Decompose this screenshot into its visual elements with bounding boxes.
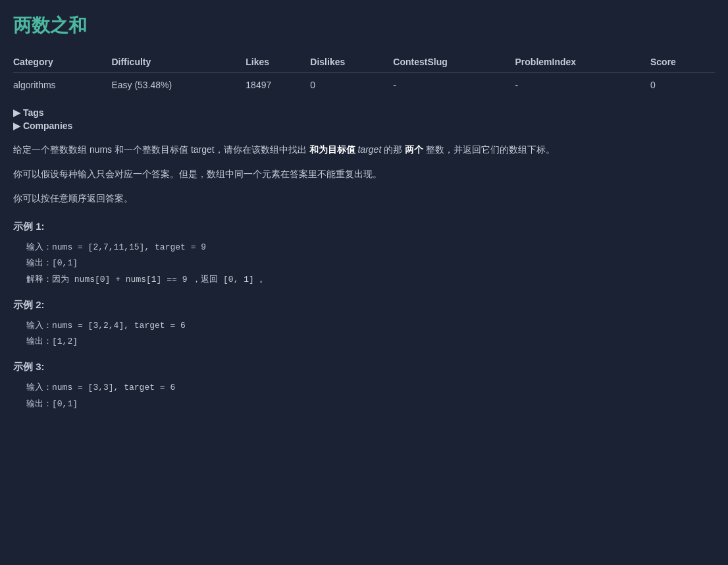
desc-bold1: 和为目标值 <box>309 144 355 155</box>
companies-toggle[interactable]: ▶ Companies <box>13 121 715 131</box>
example-2: 示例 2: 输入：nums = [3,2,4], target = 6 输出：[… <box>13 299 715 350</box>
desc-post2: 整数，并返回它们的数组下标。 <box>423 144 555 155</box>
description-section: 给定一个整数数组 nums 和一个整数目标值 target，请你在该数组中找出 … <box>13 142 715 207</box>
example-2-title: 示例 2: <box>13 299 715 311</box>
example-1-code: 输入：nums = [2,7,11,15], target = 9 输出：[0,… <box>13 240 715 288</box>
example-2-input: 输入：nums = [3,2,4], target = 6 <box>26 318 715 335</box>
description-line3: 你可以按任意顺序返回答案。 <box>13 190 715 207</box>
example-2-output: 输出：[1,2] <box>26 334 715 350</box>
example-3-code: 输入：nums = [3,3], target = 6 输出：[0,1] <box>13 380 715 412</box>
example-3-output: 输出：[0,1] <box>26 396 715 413</box>
cell-difficulty: Easy (53.48%) <box>111 73 246 97</box>
cell-dislikes: 0 <box>310 73 393 97</box>
example-1-input: 输入：nums = [2,7,11,15], target = 9 <box>26 240 715 256</box>
info-table: Category Difficulty Likes Dislikes Conte… <box>13 51 715 97</box>
cell-category: algorithms <box>13 73 111 97</box>
tags-toggle[interactable]: ▶ Tags <box>13 107 715 118</box>
example-1-output: 输出：[0,1] <box>26 256 715 272</box>
example-3: 示例 3: 输入：nums = [3,3], target = 6 输出：[0,… <box>13 361 715 412</box>
col-likes: Likes <box>246 51 310 73</box>
examples-section: 示例 1: 输入：nums = [2,7,11,15], target = 9 … <box>13 221 715 413</box>
table-row: algorithms Easy (53.48%) 18497 0 - - 0 <box>13 73 715 97</box>
example-1-explanation: 解释：因为 nums[0] + nums[1] == 9 ，返回 [0, 1] … <box>26 272 715 288</box>
col-difficulty: Difficulty <box>111 51 246 73</box>
example-3-title: 示例 3: <box>13 361 715 373</box>
desc-bold2: 两个 <box>405 144 423 155</box>
cell-likes: 18497 <box>246 73 310 97</box>
col-contestslug: ContestSlug <box>393 51 515 73</box>
example-3-input: 输入：nums = [3,3], target = 6 <box>26 380 715 396</box>
desc-post1: 的那 <box>384 144 405 155</box>
page-title: 两数之和 <box>13 13 715 38</box>
cell-contestslug: - <box>393 73 515 97</box>
desc-pre1: 给定一个整数数组 nums 和一个整数目标值 target，请你在该数组中找出 <box>13 144 309 155</box>
description-line2: 你可以假设每种输入只会对应一个答案。但是，数组中同一个元素在答案里不能重复出现。 <box>13 166 715 182</box>
col-score: Score <box>650 51 715 73</box>
col-dislikes: Dislikes <box>310 51 393 73</box>
col-problemindex: ProblemIndex <box>515 51 650 73</box>
cell-score: 0 <box>650 73 715 97</box>
col-category: Category <box>13 51 111 73</box>
cell-problemindex: - <box>515 73 650 97</box>
description-line1: 给定一个整数数组 nums 和一个整数目标值 target，请你在该数组中找出 … <box>13 142 715 158</box>
example-2-code: 输入：nums = [3,2,4], target = 6 输出：[1,2] <box>13 318 715 350</box>
example-1-title: 示例 1: <box>13 221 715 233</box>
example-1: 示例 1: 输入：nums = [2,7,11,15], target = 9 … <box>13 221 715 288</box>
desc-italic1: target <box>355 144 384 155</box>
